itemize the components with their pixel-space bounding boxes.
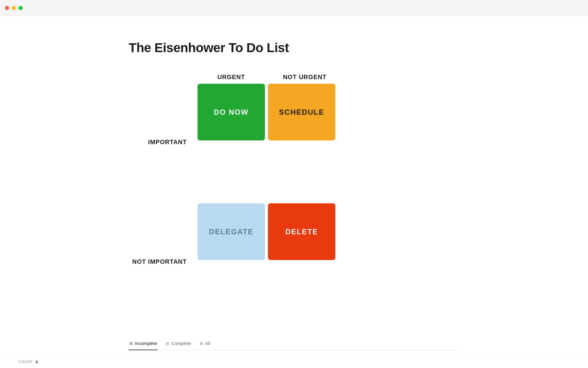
not-important-row-label: NOT IMPORTANT bbox=[129, 258, 193, 265]
page-title: The Eisenhower To Do List bbox=[129, 40, 459, 55]
count-footer: COUNT 4 bbox=[0, 355, 588, 368]
maximize-button[interactable] bbox=[18, 6, 23, 10]
tab-complete[interactable]: ⊞ Complete bbox=[165, 338, 191, 350]
delete-cell[interactable]: DELETE bbox=[268, 203, 335, 260]
important-row-label: IMPORTANT bbox=[129, 139, 193, 146]
tab-all[interactable]: ⊞ All bbox=[199, 338, 211, 350]
count-value: 4 bbox=[36, 359, 38, 364]
count-label: COUNT bbox=[18, 360, 33, 364]
tab-complete-icon: ⊞ bbox=[166, 341, 169, 346]
urgent-col-header: URGENT bbox=[196, 74, 266, 81]
tab-incomplete[interactable]: ⊞ Incomplete bbox=[129, 338, 158, 350]
close-button[interactable] bbox=[5, 6, 9, 10]
matrix-grid-bottom: DELEGATE DELETE bbox=[196, 203, 334, 320]
tab-incomplete-icon: ⊞ bbox=[129, 341, 133, 346]
matrix-grid-top: DO NOW SCHEDULE bbox=[196, 84, 334, 200]
not-important-row: NOT IMPORTANT DELEGATE DELETE bbox=[129, 203, 334, 320]
eisenhower-matrix: URGENT NOT URGENT IMPORTANT DO NOW SCHED… bbox=[129, 74, 459, 323]
not-urgent-col-header: NOT URGENT bbox=[270, 74, 340, 81]
do-now-cell[interactable]: DO NOW bbox=[198, 84, 265, 140]
titlebar bbox=[0, 0, 588, 16]
important-row: IMPORTANT DO NOW SCHEDULE bbox=[129, 84, 334, 200]
tabs-container: ⊞ Incomplete ⊞ Complete ⊞ All bbox=[129, 338, 459, 350]
main-content: The Eisenhower To Do List URGENT NOT URG… bbox=[110, 16, 478, 368]
minimize-button[interactable] bbox=[12, 6, 16, 10]
matrix-column-headers: URGENT NOT URGENT bbox=[196, 74, 340, 81]
tab-all-icon: ⊞ bbox=[200, 341, 203, 346]
delegate-cell[interactable]: DELEGATE bbox=[198, 203, 265, 260]
schedule-cell[interactable]: SCHEDULE bbox=[268, 84, 335, 140]
